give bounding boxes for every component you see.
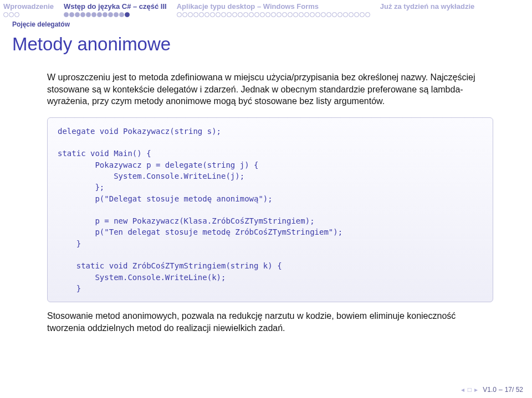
nav-section-label: Wstęp do języka C# – część III [64, 2, 167, 11]
progress-dot[interactable] [188, 12, 193, 17]
progress-dot[interactable] [299, 12, 304, 17]
progress-dot[interactable] [193, 12, 198, 17]
progress-dot[interactable] [210, 12, 215, 17]
progress-dot[interactable] [249, 12, 254, 17]
progress-dot[interactable] [119, 12, 124, 17]
progress-dot[interactable] [64, 12, 69, 17]
progress-dot[interactable] [360, 12, 365, 17]
progress-dot[interactable] [75, 12, 80, 17]
progress-dot[interactable] [254, 12, 259, 17]
version-label: V1.0 [483, 386, 497, 394]
progress-dot[interactable] [343, 12, 348, 17]
progress-dot[interactable] [182, 12, 187, 17]
progress-dot[interactable] [86, 12, 91, 17]
progress-dot[interactable] [227, 12, 232, 17]
progress-dot[interactable] [103, 12, 108, 17]
intro-paragraph: W uproszczeniu jest to metoda zdefiniowa… [47, 71, 493, 107]
progress-dot[interactable] [321, 12, 326, 17]
subsection-label: Pojęcie delegatów [0, 17, 532, 28]
progress-dot[interactable] [216, 12, 221, 17]
nav-section[interactable]: Wstęp do języka C# – część III [64, 2, 167, 17]
progress-dot[interactable] [354, 12, 359, 17]
progress-dot[interactable] [288, 12, 293, 17]
progress-dot[interactable] [204, 12, 209, 17]
progress-dot[interactable] [3, 12, 8, 17]
progress-dot[interactable] [243, 12, 248, 17]
progress-dot[interactable] [271, 12, 276, 17]
nav-section-label: Wprowadzenie [3, 2, 54, 11]
nav-progress [64, 12, 167, 17]
progress-dot[interactable] [69, 12, 74, 17]
progress-dot[interactable] [125, 12, 130, 17]
progress-dot[interactable] [293, 12, 298, 17]
progress-dot[interactable] [265, 12, 270, 17]
progress-dot[interactable] [177, 12, 182, 17]
progress-dot[interactable] [310, 12, 315, 17]
progress-dot[interactable] [315, 12, 320, 17]
nav-controls-icon[interactable]: ◂ □ ▸ [461, 386, 478, 394]
progress-dot[interactable] [14, 12, 19, 17]
progress-dot[interactable] [238, 12, 243, 17]
nav-section-label: Aplikacje typu desktop – Windows Forms [177, 2, 370, 11]
progress-dot[interactable] [108, 12, 113, 17]
progress-dot[interactable] [232, 12, 237, 17]
progress-dot[interactable] [260, 12, 265, 17]
footer-sep: – [499, 386, 503, 394]
nav-progress [177, 12, 370, 17]
page-number: 17/ 52 [505, 386, 523, 394]
progress-dot[interactable] [304, 12, 309, 17]
progress-dot[interactable] [337, 12, 342, 17]
nav-section-label: Już za tydzień na wykładzie [380, 2, 475, 11]
progress-dot[interactable] [349, 12, 354, 17]
nav-section[interactable]: Już za tydzień na wykładzie [380, 2, 475, 17]
nav-section[interactable]: Aplikacje typu desktop – Windows Forms [177, 2, 370, 17]
progress-dot[interactable] [9, 12, 14, 17]
progress-dot[interactable] [221, 12, 226, 17]
progress-dot[interactable] [282, 12, 287, 17]
progress-dot[interactable] [199, 12, 204, 17]
nav-progress [3, 12, 54, 17]
nav-progress [380, 12, 475, 17]
code-block: delegate void Pokazywacz(string s); stat… [47, 117, 493, 302]
top-nav: WprowadzenieWstęp do języka C# – część I… [0, 0, 532, 17]
progress-dot[interactable] [365, 12, 370, 17]
progress-dot[interactable] [91, 12, 96, 17]
progress-dot[interactable] [277, 12, 282, 17]
outro-paragraph: Stosowanie metod anonimowych, pozwala na… [47, 310, 493, 334]
footer: ◂ □ ▸ V1.0 – 17/ 52 [461, 386, 523, 394]
progress-dot[interactable] [114, 12, 119, 17]
slide-title: Metody anonimowe [0, 28, 532, 55]
progress-dot[interactable] [80, 12, 85, 17]
nav-section[interactable]: Wprowadzenie [3, 2, 54, 17]
progress-dot[interactable] [326, 12, 331, 17]
progress-dot[interactable] [97, 12, 102, 17]
progress-dot[interactable] [332, 12, 337, 17]
